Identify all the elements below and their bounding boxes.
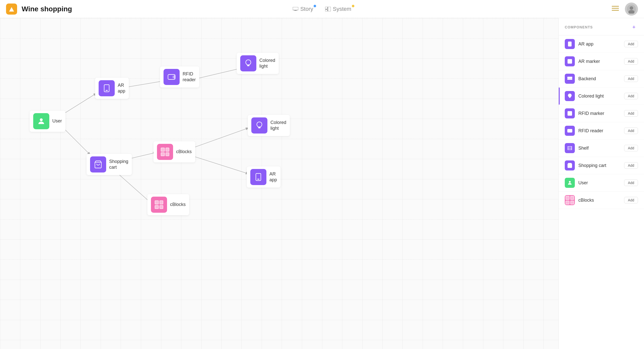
sidebar-shelf-icon <box>565 143 575 153</box>
sidebar-colored-light-add[interactable]: Add <box>624 93 638 99</box>
sidebar-item-shopping-cart[interactable]: Shopping cart Add <box>559 157 644 174</box>
svg-rect-42 <box>568 111 572 116</box>
node-ar-app-1[interactable]: ARapp <box>95 78 129 99</box>
sidebar-item-shelf[interactable]: Shelf Add <box>559 140 644 157</box>
node-ar-app-1-label: ARapp <box>118 82 125 94</box>
node-user[interactable]: User <box>30 111 65 132</box>
svg-rect-46 <box>570 114 571 115</box>
svg-rect-24 <box>106 90 108 91</box>
node-colored-light-1-label: Coloredlight <box>259 58 275 69</box>
sidebar-item-rfid-marker[interactable]: RFID marker Add <box>559 105 644 122</box>
svg-point-54 <box>569 181 571 183</box>
node-cblocks-2[interactable]: cBlocks <box>147 194 189 215</box>
main: User ARapp Shoppingcart RFIDreader <box>0 18 644 349</box>
svg-line-17 <box>197 68 240 78</box>
sidebar-cblocks-add[interactable]: Add <box>624 197 638 203</box>
sidebar-shopping-cart-label: Shopping cart <box>578 163 621 168</box>
sidebar-backend-add[interactable]: Add <box>624 75 638 82</box>
svg-rect-29 <box>256 173 261 181</box>
svg-rect-31 <box>568 42 572 46</box>
cblocks-2-icon <box>151 197 167 213</box>
sidebar-ar-app-label: AR app <box>578 41 621 47</box>
nav-system[interactable]: System <box>325 6 351 12</box>
nav: Story System <box>293 6 351 12</box>
sidebar-cblocks-label: cBlocks <box>578 198 621 203</box>
sidebar-item-colored-light[interactable]: Colored light Add <box>559 88 644 105</box>
sidebar-ar-marker-label: AR marker <box>578 59 621 64</box>
sidebar-rfid-marker-label: RFID marker <box>578 111 621 116</box>
logo[interactable] <box>6 4 17 15</box>
node-colored-light-2-label: Coloredlight <box>270 120 286 132</box>
story-dot <box>314 5 316 7</box>
node-cblocks-1[interactable]: cBlocks <box>153 141 195 162</box>
menu-icon[interactable] <box>612 6 619 13</box>
svg-rect-34 <box>569 60 570 61</box>
svg-rect-45 <box>569 114 569 115</box>
sidebar-header: COMPONENTS + <box>559 18 644 35</box>
sidebar-item-ar-marker[interactable]: AR marker Add <box>559 53 644 70</box>
nav-system-label: System <box>333 6 351 12</box>
sidebar-item-rfid-reader[interactable]: RFID reader Add <box>559 122 644 140</box>
sidebar-user-icon <box>565 178 575 188</box>
rfid-reader-icon <box>164 69 180 85</box>
node-colored-light-1[interactable]: Coloredlight <box>237 53 279 74</box>
components-title: COMPONENTS <box>565 25 593 29</box>
svg-rect-6 <box>328 7 331 11</box>
node-cblocks-1-label: cBlocks <box>176 149 192 155</box>
avatar[interactable] <box>625 3 638 16</box>
sidebar-item-user[interactable]: User Add <box>559 174 644 192</box>
shopping-cart-icon <box>90 156 106 172</box>
ar-app-2-icon <box>250 169 266 185</box>
ar-app-1-icon <box>99 80 115 96</box>
svg-point-22 <box>40 118 43 121</box>
node-colored-light-2[interactable]: Coloredlight <box>248 115 290 136</box>
canvas[interactable]: User ARapp Shoppingcart RFIDreader <box>0 18 558 349</box>
sidebar-ar-marker-icon <box>565 56 575 66</box>
svg-point-39 <box>571 77 572 78</box>
sidebar-user-add[interactable]: Add <box>624 180 638 186</box>
svg-rect-51 <box>568 146 568 150</box>
svg-rect-28 <box>258 127 261 128</box>
svg-rect-5 <box>325 10 328 11</box>
user-icon <box>33 113 49 129</box>
sidebar-backend-icon <box>565 74 575 84</box>
sidebar: COMPONENTS + AR app Add AR marker Add Ba… <box>558 18 644 349</box>
svg-rect-32 <box>569 45 571 46</box>
sidebar-colored-light-label: Colored light <box>578 94 621 99</box>
node-shopping-cart[interactable]: Shoppingcart <box>87 154 132 175</box>
sidebar-shelf-add[interactable]: Add <box>624 145 638 151</box>
sidebar-rfid-reader-icon <box>565 126 575 136</box>
sidebar-rfid-reader-add[interactable]: Add <box>624 127 638 134</box>
svg-rect-30 <box>257 179 260 180</box>
sidebar-item-backend[interactable]: Backend Add <box>559 70 644 88</box>
sidebar-rfid-reader-label: RFID reader <box>578 128 621 134</box>
node-ar-app-2[interactable]: ARapp <box>247 166 280 188</box>
header: Wine shopping Story System <box>0 0 644 18</box>
colored-light-1-icon <box>240 55 256 71</box>
sidebar-shelf-label: Shelf <box>578 146 621 151</box>
sidebar-item-cblocks[interactable]: cBlocks Add <box>559 192 644 209</box>
sidebar-ar-app-icon <box>565 39 575 49</box>
sidebar-rfid-marker-add[interactable]: Add <box>624 110 638 117</box>
svg-rect-43 <box>569 112 569 113</box>
sidebar-shopping-cart-add[interactable]: Add <box>624 162 638 169</box>
svg-rect-36 <box>569 62 570 63</box>
sidebar-ar-app-add[interactable]: Add <box>624 41 638 47</box>
header-right <box>612 3 638 16</box>
sidebar-shopping-cart-icon <box>565 160 575 170</box>
node-rfid-reader[interactable]: RFIDreader <box>160 66 199 88</box>
sidebar-ar-marker-add[interactable]: Add <box>624 58 638 65</box>
svg-rect-41 <box>569 97 571 98</box>
cblocks-1-icon <box>157 144 173 160</box>
page-title: Wine shopping <box>22 5 72 13</box>
nav-story[interactable]: Story <box>293 6 313 12</box>
svg-line-21 <box>114 170 151 203</box>
svg-rect-1 <box>293 7 298 10</box>
sidebar-user-label: User <box>578 180 621 186</box>
node-ar-app-2-label: ARapp <box>269 171 277 183</box>
svg-rect-0 <box>10 10 13 12</box>
svg-rect-27 <box>247 65 250 66</box>
sidebar-colored-light-icon <box>565 91 575 101</box>
add-component-button[interactable]: + <box>630 23 638 31</box>
sidebar-item-ar-app[interactable]: AR app Add <box>559 35 644 53</box>
